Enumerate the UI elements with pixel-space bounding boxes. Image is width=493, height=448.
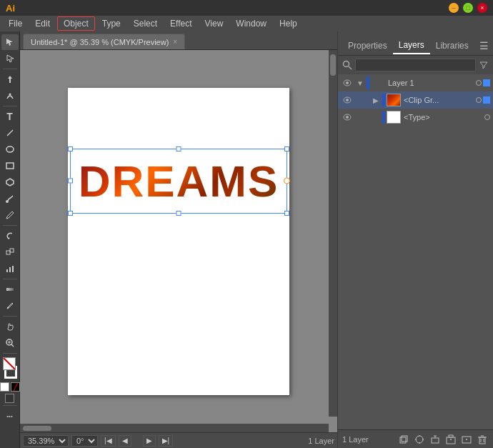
menu-effect[interactable]: Effect (164, 17, 197, 30)
next-artboard-btn[interactable]: ▶ (143, 435, 156, 447)
layer-visibility-clipg[interactable] (341, 94, 354, 106)
gradient-tool[interactable] (1, 282, 19, 297)
minimize-button[interactable]: – (449, 3, 459, 13)
layer-row-layer1[interactable]: ▼ Layer 1 (338, 74, 493, 91)
first-artboard-btn[interactable]: |◀ (101, 435, 116, 447)
svg-point-29 (416, 436, 423, 443)
menu-type[interactable]: Type (96, 17, 126, 30)
rect-tool[interactable] (1, 158, 19, 174)
document-tab[interactable]: Untitled-1* @ 35.39 % (CMYK/Preview) × (23, 34, 185, 49)
fill-indicator[interactable] (0, 382, 9, 392)
handle-tl[interactable] (68, 146, 73, 151)
menu-object[interactable]: Object (57, 16, 95, 31)
svg-rect-28 (402, 436, 407, 442)
line-tool[interactable] (1, 125, 19, 141)
rotation-select[interactable]: 0° (71, 435, 98, 447)
delete-layer-btn[interactable] (476, 433, 489, 446)
svg-rect-40 (449, 435, 453, 437)
handle-ml[interactable] (68, 179, 73, 184)
tab-properties[interactable]: Properties (342, 38, 393, 54)
last-artboard-btn[interactable]: ▶| (159, 435, 174, 447)
direct-select-tool[interactable] (1, 51, 19, 66)
filter-icon[interactable] (479, 60, 489, 70)
color-controls[interactable] (0, 357, 20, 379)
new-layer-btn[interactable] (460, 433, 473, 446)
svg-line-1 (7, 130, 13, 136)
layer-target-type[interactable] (484, 114, 490, 120)
handle-tr[interactable] (284, 146, 289, 151)
paintbrush-tool[interactable] (1, 191, 19, 206)
zoom-tool[interactable] (1, 335, 19, 351)
menu-view[interactable]: View (199, 17, 229, 30)
layer-expand-clipg[interactable]: ▶ (371, 94, 381, 106)
no-fill-indicator[interactable]: ╱ (11, 382, 20, 392)
right-panel: Properties Layers Libraries ☰ ▼ Layer 1 (337, 31, 493, 448)
zoom-select[interactable]: 35.39% (23, 435, 69, 447)
new-sublayer-btn[interactable] (444, 433, 457, 446)
svg-rect-10 (9, 267, 11, 272)
more-tools[interactable]: ••• (1, 408, 19, 424)
layer-target-clipg[interactable] (476, 97, 482, 103)
tool-separator-2 (3, 106, 17, 106)
hand-tool[interactable] (1, 319, 19, 334)
close-button[interactable]: × (477, 3, 487, 13)
menu-file[interactable]: File (3, 17, 28, 30)
layer-visibility-layer1[interactable] (341, 76, 354, 89)
layers-search-input[interactable] (355, 59, 476, 71)
layer-thumb-clipg (387, 94, 401, 106)
select-tool[interactable] (1, 34, 19, 50)
polygon-tool[interactable] (1, 174, 19, 190)
layer-color-square-clipg[interactable] (483, 96, 490, 104)
tab-layers[interactable]: Layers (393, 37, 430, 54)
pen-tool[interactable] (1, 71, 19, 87)
tab-close-button[interactable]: × (173, 38, 177, 46)
layer-thumb-layer1 (371, 76, 385, 89)
handle-br[interactable] (284, 211, 289, 216)
make-clip-mask-btn[interactable] (397, 433, 410, 446)
collect-in-new-layer-btn[interactable] (429, 433, 442, 446)
handle-mr[interactable] (284, 178, 290, 184)
svg-marker-4 (6, 179, 14, 186)
scrollbar-thumb-h[interactable] (23, 426, 51, 431)
selected-object[interactable]: DREAMS (79, 156, 279, 206)
maximize-button[interactable]: □ (463, 3, 473, 13)
tool-separator-5 (3, 316, 17, 317)
layer-target-layer1[interactable] (476, 80, 482, 86)
horizontal-scrollbar[interactable] (20, 424, 329, 432)
bar-chart-tool[interactable] (1, 261, 19, 277)
layer-row-type[interactable]: <Type> (338, 109, 493, 126)
scale-tool[interactable] (1, 244, 19, 260)
handle-bl[interactable] (68, 211, 73, 216)
svg-point-22 (346, 81, 349, 84)
handle-tc[interactable] (176, 146, 181, 151)
panel-menu-icon[interactable]: ☰ (479, 40, 489, 51)
scrollbar-thumb-v[interactable] (330, 54, 336, 76)
layer-visibility-type[interactable] (341, 111, 354, 124)
rotate-tool[interactable] (1, 228, 19, 244)
layer-controls-clipg (476, 96, 490, 104)
menu-help[interactable]: Help (274, 17, 303, 30)
curvature-tool[interactable] (1, 88, 19, 104)
layer-color-square-layer1[interactable] (483, 79, 490, 86)
layer-expand-layer1[interactable]: ▼ (355, 76, 365, 89)
prev-artboard-btn[interactable]: ◀ (119, 435, 131, 447)
main-layout: T (0, 31, 493, 448)
vertical-scrollbar[interactable] (329, 50, 337, 417)
menu-window[interactable]: Window (230, 17, 272, 30)
menu-select[interactable]: Select (128, 17, 163, 30)
type-tool[interactable]: T (1, 109, 19, 124)
layer-row-clipg[interactable]: ▶ <Clip Gr... (338, 91, 493, 109)
screen-mode-btn[interactable] (5, 394, 14, 403)
eyedropper-tool[interactable] (1, 298, 19, 314)
window-controls[interactable]: – □ × (449, 3, 487, 13)
canvas-page: DREAMS (68, 88, 289, 395)
tab-libraries[interactable]: Libraries (430, 38, 474, 54)
handle-bc[interactable] (176, 211, 181, 216)
dreams-text-object[interactable]: DREAMS (79, 156, 279, 206)
locate-object-btn[interactable] (413, 433, 426, 446)
pencil-tool[interactable] (1, 207, 19, 223)
layer-count-label: 1 Layer (308, 437, 334, 445)
menu-edit[interactable]: Edit (29, 17, 56, 30)
left-toolbar: T (0, 31, 20, 448)
ellipse-tool[interactable] (1, 141, 19, 157)
